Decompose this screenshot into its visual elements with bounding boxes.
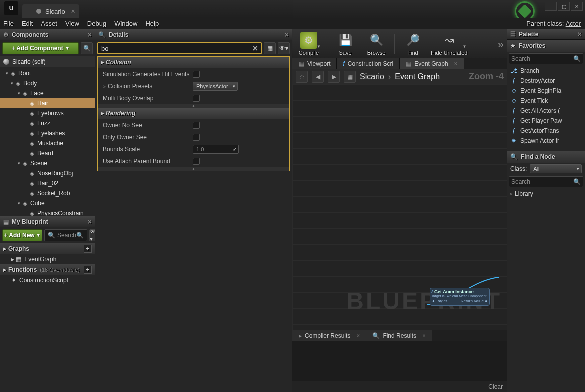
clear-search-icon[interactable]: × bbox=[252, 43, 258, 54]
menu-view[interactable]: View bbox=[65, 20, 79, 27]
components-tab[interactable]: ⚙ Components × bbox=[0, 29, 95, 40]
tree-item[interactable]: ◈Hair bbox=[0, 98, 95, 108]
tree-item[interactable]: ◈Hair_02 bbox=[0, 178, 95, 188]
nav-fwd-button[interactable]: ▶ bbox=[328, 71, 340, 83]
close-icon[interactable]: × bbox=[356, 332, 360, 339]
add-graph-button[interactable]: + bbox=[84, 245, 92, 253]
tree-item[interactable]: ◈PhysicsConstrain bbox=[0, 208, 95, 216]
class-filter-combo[interactable]: All bbox=[530, 164, 582, 173]
breadcrumb-root[interactable]: Sicario bbox=[360, 72, 384, 81]
collision-presets-combo[interactable]: PhysicsActor bbox=[193, 82, 238, 91]
graph-node[interactable]: fGet Anim Instance Target is Skeletal Me… bbox=[430, 288, 490, 306]
rendering-section[interactable]: ▸ Rendering bbox=[98, 108, 289, 119]
title-tab[interactable]: Sicario × bbox=[22, 4, 79, 18]
tree-item[interactable]: ◈Socket_Rob bbox=[0, 188, 95, 198]
tree-item[interactable]: ◈Eyebrows bbox=[0, 108, 95, 118]
nav-back-button[interactable]: ◀ bbox=[312, 71, 324, 83]
close-icon[interactable]: × bbox=[578, 30, 582, 38]
tree-item[interactable]: ◈NoseRingObj bbox=[0, 168, 95, 178]
graphs-category[interactable]: ▸Graphs+ bbox=[0, 243, 95, 254]
sim-hit-checkbox[interactable] bbox=[193, 71, 200, 78]
add-function-button[interactable]: + bbox=[84, 266, 92, 274]
tree-item[interactable]: ▾◈Scene bbox=[0, 158, 95, 168]
tree-item[interactable]: ▾◈Face bbox=[0, 88, 95, 98]
add-component-button[interactable]: + Add Component▼ bbox=[2, 42, 79, 54]
palette-item[interactable]: ⎇Branch bbox=[507, 66, 585, 76]
mybp-search[interactable]: 🔍Search🔍 bbox=[44, 229, 87, 241]
parent-class-link[interactable]: Actor bbox=[566, 20, 581, 27]
close-icon[interactable]: × bbox=[422, 332, 426, 339]
add-new-button[interactable]: + Add New▼ bbox=[2, 229, 42, 241]
palette-item[interactable]: ◇Event BeginPla bbox=[507, 86, 585, 96]
toolbar-overflow-icon[interactable]: » bbox=[498, 38, 504, 51]
event-graph-item[interactable]: ▸ ▦ EventGraph bbox=[0, 254, 95, 264]
clear-button[interactable]: Clear bbox=[488, 383, 503, 390]
tree-item[interactable]: ◈Fuzz bbox=[0, 118, 95, 128]
functions-category[interactable]: ▸Functions(18 Overridable)+ bbox=[0, 264, 95, 275]
palette-item[interactable]: ƒGetActorTrans bbox=[507, 126, 585, 136]
details-search[interactable]: × bbox=[97, 42, 262, 54]
view-options-button[interactable]: 👁▾ bbox=[278, 42, 290, 54]
view-options-button[interactable]: 👁▾ bbox=[89, 229, 95, 241]
maximize-button[interactable]: ▢ bbox=[558, 2, 570, 11]
favorites-section[interactable]: ★Favorites bbox=[507, 40, 585, 52]
node-search[interactable]: Search🔍 bbox=[509, 176, 583, 187]
favorite-button[interactable]: ☆ bbox=[296, 71, 308, 83]
palette-tab[interactable]: ☰ Palette × bbox=[507, 29, 585, 40]
menu-help[interactable]: Help bbox=[145, 20, 159, 27]
palette-item[interactable]: ◇Event Tick bbox=[507, 96, 585, 106]
close-icon[interactable]: × bbox=[88, 218, 92, 226]
expand-bar[interactable]: ▲ bbox=[98, 104, 289, 108]
tab-compiler-results[interactable]: ▸Compiler Results× bbox=[292, 330, 366, 341]
palette-item[interactable]: ✷Spawn Actor fr bbox=[507, 136, 585, 146]
graph-canvas[interactable]: BLUEPRINT fGet Anim Instance Target is S… bbox=[292, 84, 507, 330]
palette-search[interactable]: Search🔍 bbox=[509, 53, 583, 64]
close-icon[interactable]: × bbox=[71, 7, 75, 15]
tree-item[interactable]: ▾◈Cube bbox=[0, 198, 95, 208]
palette-item[interactable]: ƒGet Player Paw bbox=[507, 116, 585, 126]
grid-icon[interactable]: ▦ bbox=[344, 71, 356, 83]
menu-debug[interactable]: Debug bbox=[87, 20, 106, 27]
only-owner-checkbox[interactable] bbox=[193, 134, 200, 141]
tab-find-results[interactable]: 🔍Find Results× bbox=[366, 330, 432, 341]
menu-asset[interactable]: Asset bbox=[41, 20, 57, 27]
tree-item[interactable]: ◈Beard bbox=[0, 148, 95, 158]
find-node-section[interactable]: 🔍Find a Node bbox=[507, 151, 585, 163]
owner-no-see-checkbox[interactable] bbox=[193, 122, 200, 129]
close-icon[interactable]: × bbox=[454, 60, 458, 67]
save-button[interactable]: 💾Save bbox=[332, 32, 358, 56]
minimize-button[interactable]: — bbox=[545, 2, 557, 11]
my-blueprint-tab[interactable]: ▤ My Blueprint × bbox=[0, 216, 95, 227]
menu-edit[interactable]: Edit bbox=[22, 20, 33, 27]
browse-button[interactable]: 🔍Browse bbox=[363, 32, 389, 56]
self-row[interactable]: Sicario (self) bbox=[0, 56, 95, 67]
tree-item[interactable]: ◈Eyelashes bbox=[0, 128, 95, 138]
close-icon[interactable]: × bbox=[285, 31, 289, 39]
multi-body-checkbox[interactable] bbox=[193, 95, 200, 102]
find-button[interactable]: 🔎Find bbox=[400, 32, 426, 56]
tree-item[interactable]: ▾◈Body bbox=[0, 78, 95, 88]
tab-construction-script[interactable]: fConstruction Scri bbox=[337, 58, 400, 69]
tab-event-graph[interactable]: ▦Event Graph× bbox=[400, 58, 464, 69]
menu-file[interactable]: File bbox=[3, 20, 14, 27]
hide-unrelated-button[interactable]: ↝Hide Unrelated▼ bbox=[431, 32, 467, 56]
construction-script-item[interactable]: ✦ ConstructionScript bbox=[0, 275, 95, 285]
tree-item[interactable]: ▾◈Root bbox=[0, 68, 95, 78]
library-item[interactable]: ▹Library bbox=[507, 189, 585, 199]
bounds-scale-input[interactable]: 1,0 bbox=[193, 145, 239, 154]
expand-bar[interactable]: ▲ bbox=[98, 167, 289, 171]
search-button[interactable]: 🔍 bbox=[81, 42, 93, 54]
use-attach-checkbox[interactable] bbox=[193, 158, 200, 165]
tree-item[interactable]: ◈Mustache bbox=[0, 138, 95, 148]
palette-item[interactable]: ƒGet All Actors ( bbox=[507, 106, 585, 116]
details-tab[interactable]: 🔍 Details × bbox=[95, 29, 292, 40]
property-matrix-button[interactable]: ▦ bbox=[264, 42, 276, 54]
collision-section[interactable]: ▸ Collision bbox=[98, 57, 289, 68]
details-search-input[interactable] bbox=[101, 45, 252, 52]
compile-button[interactable]: ⚙Compile▼ bbox=[296, 32, 322, 56]
palette-item[interactable]: ƒDestroyActor bbox=[507, 76, 585, 86]
menu-window[interactable]: Window bbox=[114, 20, 137, 27]
close-button[interactable]: ✕ bbox=[571, 2, 583, 11]
tab-viewport[interactable]: ▦Viewport bbox=[292, 58, 337, 69]
close-icon[interactable]: × bbox=[88, 31, 92, 39]
